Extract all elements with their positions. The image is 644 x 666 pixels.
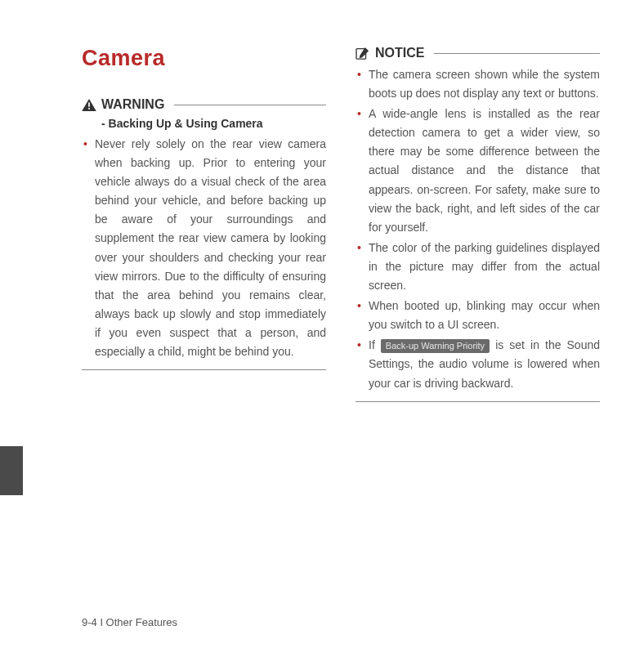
list-item: If Back-up Warning Priority is set in th… — [356, 336, 600, 392]
page-footer: 9-4 I Other Features — [82, 616, 177, 628]
warning-header: WARNING — [82, 97, 326, 112]
notice-list: The camera screen shown while the system… — [356, 65, 600, 393]
page-content: Camera WARNING - Backing Up & Using Came… — [0, 0, 644, 402]
note-pencil-icon — [356, 47, 370, 60]
notice-header: NOTICE — [356, 46, 600, 60]
svg-rect-0 — [88, 102, 90, 106]
warning-list: Never rely solely on the rear view camer… — [82, 135, 326, 361]
text-prefix: If — [369, 338, 381, 351]
list-item: The camera screen shown while the system… — [356, 65, 600, 103]
list-item: A wide-angle lens is installed as the re… — [356, 105, 600, 237]
list-item: When booted up, blinking may occur when … — [356, 297, 600, 334]
backup-warning-priority-chip: Back-up Warning Priority — [381, 339, 490, 353]
divider-line — [434, 53, 600, 54]
divider-line — [356, 401, 600, 402]
section-tab — [0, 446, 23, 495]
svg-rect-1 — [88, 108, 90, 110]
warning-subtitle: - Backing Up & Using Camera — [101, 117, 326, 130]
divider-line — [82, 369, 326, 370]
warning-triangle-icon — [82, 99, 96, 111]
list-item: Never rely solely on the rear view camer… — [82, 135, 326, 361]
list-item: The color of the parking guidelines disp… — [356, 239, 600, 295]
notice-title: NOTICE — [375, 46, 424, 60]
warning-title: WARNING — [101, 97, 164, 112]
left-column: Camera WARNING - Backing Up & Using Came… — [82, 46, 326, 402]
right-column: NOTICE The camera screen shown while the… — [356, 46, 600, 402]
divider-line — [174, 105, 326, 105]
page-heading: Camera — [82, 46, 326, 71]
